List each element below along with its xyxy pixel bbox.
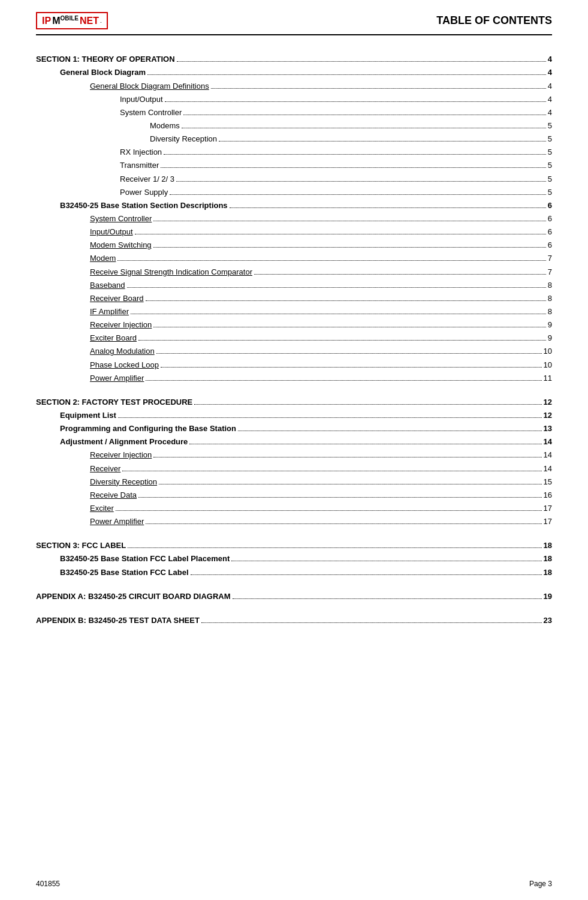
toc-page: 10 <box>544 345 552 357</box>
toc-entry: Receiver14 <box>36 463 552 475</box>
toc-entry: Adjustment / Alignment Procedure14 <box>36 436 552 448</box>
toc-label: Modem <box>90 252 116 264</box>
toc-label: Analog Modulation <box>90 345 155 357</box>
toc-page: 7 <box>548 252 552 264</box>
toc-entry: Exciter 17 <box>36 502 552 514</box>
toc-label: System Controller <box>120 107 182 119</box>
toc-entry: Baseband8 <box>36 279 552 291</box>
toc-label: SECTION 2: FACTORY TEST PROCEDURE <box>36 396 192 408</box>
toc-page: 12 <box>544 410 552 422</box>
toc-entry: Diversity Reception15 <box>36 476 552 488</box>
toc-entry: Input/Output6 <box>36 226 552 238</box>
toc-label: System Controller <box>90 213 152 225</box>
toc-spacer <box>36 604 552 615</box>
logo-area: IP MOBILE NET . <box>36 12 108 29</box>
toc-entry: Power Amplifier11 <box>36 372 552 384</box>
toc-dots <box>122 471 541 471</box>
toc-entry: System Controller4 <box>36 107 552 119</box>
toc-page: 13 <box>544 423 552 435</box>
toc-label: Programming and Configuring the Base Sta… <box>60 423 236 435</box>
toc-entry: B32450-25 Base Station Section Descripti… <box>36 200 552 212</box>
toc-entry: Modems5 <box>36 120 552 132</box>
toc-label: B32450-25 Base Station FCC Label Placeme… <box>60 553 230 565</box>
toc-dots <box>161 367 542 368</box>
toc-label: SECTION 1: THEORY OF OPERATION <box>36 53 175 65</box>
toc-entry: Diversity Reception5 <box>36 133 552 145</box>
toc-page: 8 <box>548 306 552 318</box>
toc-label: Phase Locked Loop <box>90 359 159 371</box>
toc-page: 5 <box>548 146 552 158</box>
toc-entry: Receiver Board8 <box>36 293 552 305</box>
toc-entry: Analog Modulation10 <box>36 345 552 357</box>
toc-label: RX Injection <box>120 146 162 158</box>
toc-entry: RX Injection5 <box>36 146 552 158</box>
toc-page: 18 <box>544 553 552 565</box>
toc-label: APPENDIX A: B32450-25 CIRCUIT BOARD DIAG… <box>36 591 231 603</box>
toc-page: 8 <box>548 293 552 305</box>
toc-label: Adjustment / Alignment Procedure <box>60 436 188 448</box>
toc-page: 11 <box>544 372 552 384</box>
footer: 401855 Page 3 <box>36 880 552 888</box>
page-header: IP MOBILE NET . TABLE OF CONTENTS <box>36 12 552 35</box>
toc-page: 9 <box>548 332 552 344</box>
toc-page: 4 <box>548 107 552 119</box>
toc-label: Receiver <box>90 463 120 475</box>
toc-label: Baseband <box>90 279 125 291</box>
toc-page: 6 <box>548 239 552 251</box>
toc-label: Input/Output <box>90 226 133 238</box>
toc-dots <box>189 444 541 444</box>
page-title: TABLE OF CONTENTS <box>436 14 552 27</box>
toc-label: Receive Signal Strength Indication Compa… <box>90 266 252 278</box>
toc-entry: Receiver Injection9 <box>36 319 552 331</box>
toc-entry: Equipment List12 <box>36 410 552 422</box>
toc-dots <box>131 314 546 314</box>
toc-page: 5 <box>548 173 552 185</box>
toc-page: 4 <box>548 80 552 92</box>
toc-label: Transmitter <box>120 159 159 171</box>
toc-dots <box>147 74 546 75</box>
toc-page: 23 <box>544 615 552 627</box>
toc-label: Modems <box>150 120 180 132</box>
toc-entry: Phase Locked Loop10 <box>36 359 552 371</box>
toc-label: Receiver Board <box>90 293 144 305</box>
toc-dots <box>138 497 541 498</box>
toc-page: 12 <box>544 396 552 408</box>
toc-page: 4 <box>548 94 552 106</box>
toc-dots <box>127 287 546 288</box>
toc-dots <box>194 404 541 405</box>
toc-dots <box>233 598 542 599</box>
toc-page: 5 <box>548 120 552 132</box>
toc-entry: SECTION 3: FCC LABEL18 <box>36 540 552 552</box>
toc-page: 14 <box>544 463 552 475</box>
toc-dots <box>183 115 545 115</box>
toc-entry: IF Amplifier8 <box>36 306 552 318</box>
toc-dots <box>146 380 541 381</box>
toc-dots <box>138 340 546 341</box>
toc-entry: General Block Diagram4 <box>36 67 552 79</box>
toc-label: Receive Data <box>90 489 137 501</box>
toc-entry: APPENDIX B: B32450-25 TEST DATA SHEET23 <box>36 615 552 627</box>
toc-spacer <box>36 580 552 591</box>
toc-page: 16 <box>544 489 552 501</box>
toc-spacer <box>36 386 552 396</box>
toc-entry: Exciter Board9 <box>36 332 552 344</box>
toc-dots <box>159 484 542 484</box>
toc-dots <box>146 523 541 524</box>
toc-label: Diversity Reception <box>90 476 157 488</box>
toc-label: General Block Diagram <box>60 67 146 79</box>
toc-label: IF Amplifier <box>90 306 129 318</box>
toc-page: 6 <box>548 226 552 238</box>
toc-dots <box>161 167 546 168</box>
toc-label: B32450-25 Base Station Section Descripti… <box>60 200 228 212</box>
toc-dots <box>164 154 546 155</box>
toc-dots <box>176 181 546 182</box>
toc-dots <box>231 561 541 561</box>
toc-page: 4 <box>548 67 552 79</box>
toc-label: Power Supply <box>120 186 168 198</box>
toc-entry: SECTION 2: FACTORY TEST PROCEDURE12 <box>36 396 552 408</box>
toc-entry: B32450-25 Base Station FCC Label Placeme… <box>36 553 552 565</box>
toc-entry: Input/Output4 <box>36 94 552 106</box>
toc-entry: Power Amplifier17 <box>36 516 552 528</box>
toc-label: B32450-25 Base Station FCC Label <box>60 567 189 579</box>
toc-entry: Receive Data16 <box>36 489 552 501</box>
